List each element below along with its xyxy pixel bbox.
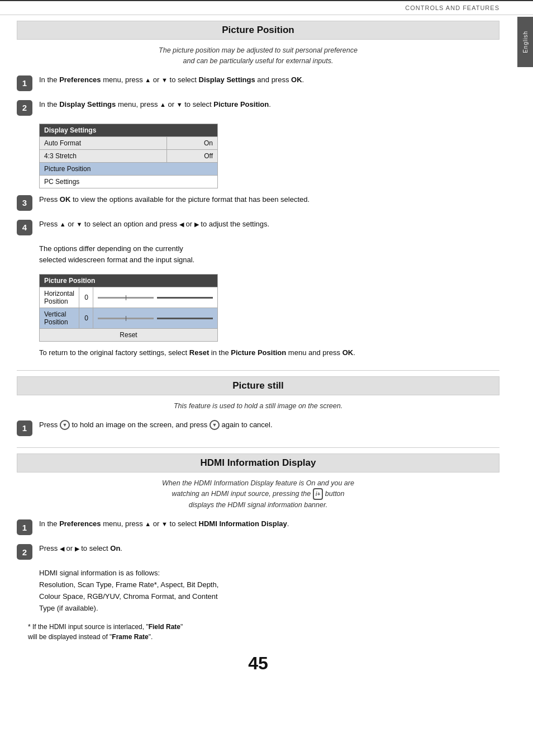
menu-value-auto-format: On: [167, 136, 218, 149]
step-3-row: 3 Press OK to view the options available…: [17, 194, 499, 211]
menu-item-picture-position: Picture Position: [40, 162, 218, 175]
step-4-row: 4 Press or to select an option and press…: [17, 219, 499, 235]
picture-still-title: Picture still: [17, 376, 499, 395]
hdmi-info-list: HDMI signal information is as follows: R…: [39, 568, 499, 614]
down-button-icon: ▼: [60, 420, 70, 430]
hdmi-step-1-row: 1 In the Preferences menu, press or to s…: [17, 518, 499, 535]
picture-position-intro: The picture position may be adjusted to …: [17, 45, 499, 67]
picture-still-step-1-text: Press ▼ to hold an image on the screen, …: [39, 419, 499, 431]
top-bar: CONTROLS AND FEATURES: [0, 0, 533, 15]
picture-still-step-1-row: 1 Press ▼ to hold an image on the screen…: [17, 419, 499, 436]
menu-item-auto-format: Auto Format: [40, 136, 167, 149]
section-label: CONTROLS AND FEATURES: [405, 4, 499, 11]
hdmi-step-2-text: Press or to select On.: [39, 543, 499, 555]
menu-item-43-stretch: 4:3 Stretch: [40, 149, 167, 162]
language-tab: English: [517, 17, 533, 67]
hdmi-info-intro: When the HDMI Information Display featur…: [17, 478, 499, 511]
step-4-badge: 4: [17, 220, 32, 235]
hdmi-footnote: * If the HDMI input source is interlaced…: [28, 622, 499, 642]
main-content: Picture Position The picture position ma…: [0, 15, 533, 696]
hdmi-step-2-badge: 2: [17, 544, 32, 560]
reset-note: To return to the original factory settin…: [39, 347, 499, 359]
language-label: English: [522, 31, 529, 53]
iplus-button-icon: i+: [313, 488, 323, 500]
pos-value-vertical: 0: [79, 308, 93, 329]
pos-item-horizontal: Horizontal Position: [40, 287, 79, 308]
pos-header: Picture Position: [40, 275, 218, 287]
hdmi-step-2-row: 2 Press or to select On.: [17, 543, 499, 560]
step-3-text: Press OK to view the options available f…: [39, 194, 499, 206]
step-2-text: In the Display Settings menu, press or t…: [39, 99, 499, 111]
pos-item-vertical: Vertical Position: [40, 308, 79, 329]
page-number: 45: [17, 653, 499, 674]
hdmi-info-title: HDMI Information Display: [17, 453, 499, 472]
menu-value-43-stretch: Off: [167, 149, 218, 162]
step-2-badge: 2: [17, 100, 32, 116]
step-1-badge: 1: [17, 75, 32, 91]
divider-1: [17, 370, 499, 371]
hdmi-step-1-badge: 1: [17, 519, 32, 535]
picture-still-section: Picture still This feature is used to ho…: [17, 376, 499, 436]
pos-slider-horizontal: [93, 287, 218, 308]
divider-2: [17, 447, 499, 448]
display-settings-menu: Display Settings Auto Format On 4:3 Stre…: [39, 124, 218, 188]
step-1-row: 1 In the Preferences menu, press or to s…: [17, 74, 499, 91]
picture-still-intro: This feature is used to hold a still ima…: [17, 401, 499, 412]
picture-still-step-1-badge: 1: [17, 420, 32, 436]
pos-slider-vertical: [93, 308, 218, 329]
hdmi-step-1-text: In the Preferences menu, press or to sel…: [39, 518, 499, 530]
hdmi-info-section: HDMI Information Display When the HDMI I…: [17, 453, 499, 642]
picture-position-section: Picture Position The picture position ma…: [17, 21, 499, 359]
picture-position-menu: Picture Position Horizontal Position 0 V…: [39, 274, 218, 342]
picture-position-title: Picture Position: [17, 21, 499, 40]
step-3-badge: 3: [17, 195, 32, 211]
menu-header: Display Settings: [40, 124, 218, 136]
step-1-text: In the Preferences menu, press or to sel…: [39, 74, 499, 86]
pos-value-horizontal: 0: [79, 287, 93, 308]
step-4-text: Press or to select an option and press o…: [39, 219, 499, 230]
down-button-icon-2: ▼: [210, 420, 220, 430]
options-note: The options differ depending on the curr…: [39, 243, 499, 267]
menu-item-pc-settings: PC Settings: [40, 175, 218, 188]
step-2-row: 2 In the Display Settings menu, press or…: [17, 99, 499, 116]
pos-reset-row: Reset: [40, 329, 218, 342]
